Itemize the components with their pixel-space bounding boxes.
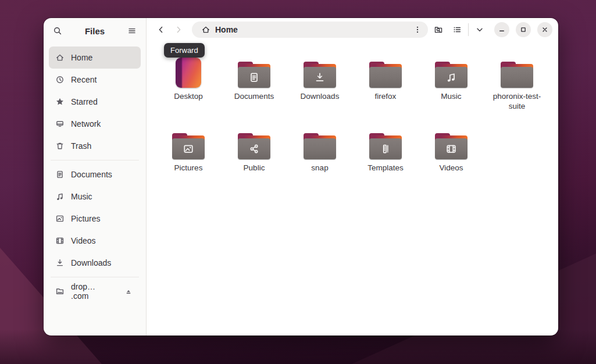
emblem-share-icon [248,143,260,155]
maximize-button[interactable] [516,22,531,37]
home-icon [201,25,210,34]
sidebar-item-trash[interactable]: Trash [49,135,141,157]
folder-icon [304,133,336,159]
sidebar-item-label: Downloads [71,258,111,267]
icon-box [501,56,533,88]
home-icon [55,53,65,62]
sidebar-item-home[interactable]: Home [49,47,141,69]
sidebar-divider [51,160,139,160]
recent-icon [55,75,65,84]
sidebar: Files HomeRecentStarredNetworkTrashDocum… [44,18,147,336]
main-menu-button[interactable] [124,23,140,39]
sidebar-item-documents[interactable]: Documents [49,163,141,185]
document-icon [55,170,65,179]
main-pane: Home Forward DesktopDocumentsDownloadsfi… [147,18,558,336]
search-icon [53,26,62,35]
files-window: Files HomeRecentStarredNetworkTrashDocum… [44,18,558,336]
folder-tile-templates[interactable]: Templates [355,128,416,173]
toolbar-separator [468,23,469,36]
sidebar-item-starred[interactable]: Starred [49,91,141,113]
maximize-icon [519,26,527,34]
forward-tooltip: Forward [164,43,205,58]
path-bar[interactable]: Home [192,22,428,38]
path-label: Home [215,25,238,34]
folder-icon [172,133,205,159]
sidebar-item-network[interactable]: Network [49,113,141,135]
search-files-button[interactable] [429,21,448,38]
list-view-toggle-button[interactable] [448,21,466,38]
minimize-icon [498,26,506,34]
sidebar-item-label: Music [71,192,92,201]
sidebar-item-label: Documents [71,170,112,179]
icon-box [238,56,270,88]
folder-tile-phoronix-test-suite[interactable]: phoronix-test-suite [487,56,547,112]
folder-front [238,67,270,88]
folder-icon [501,62,533,88]
view-options-dropdown-button[interactable] [470,21,489,38]
emblem-film-icon [445,143,457,155]
film-icon [55,236,65,245]
sidebar-item-drop-com[interactable]: drop… .com [49,280,141,302]
emblem-document-icon [248,72,260,83]
sidebar-item-pictures[interactable]: Pictures [49,208,141,230]
search-folder-icon [434,25,443,34]
sidebar-item-label: Pictures [71,214,101,223]
folder-tile-pictures[interactable]: Pictures [158,128,219,173]
folder-tile-snap[interactable]: snap [290,128,350,173]
folder-icon [238,62,270,88]
drive-icon [55,287,65,296]
folder-front [369,67,402,88]
folder-tile-public[interactable]: Public [224,128,284,173]
icon-box [435,128,467,159]
sidebar-item-downloads[interactable]: Downloads [49,252,141,274]
folder-label: Documents [234,92,274,102]
icon-box [172,128,205,159]
folder-icon [304,62,336,88]
folder-tile-videos[interactable]: Videos [421,128,481,173]
hamburger-menu-icon [127,26,137,35]
app-title: Files [66,26,124,36]
picture-icon [55,214,65,223]
folder-front [369,138,402,159]
folder-label: snap [311,163,328,173]
folder-icon [435,133,467,159]
search-button[interactable] [49,23,66,39]
trash-icon [55,141,65,151]
eject-icon [124,287,133,295]
forward-button[interactable] [170,21,187,38]
emblem-download-icon [314,72,326,83]
star-icon [55,97,65,106]
folder-front [435,67,467,88]
folder-label: Videos [439,163,463,173]
folder-label: firefox [375,92,397,102]
icon-box [304,128,336,159]
list-view-icon [452,25,462,34]
minimize-button[interactable] [494,22,509,37]
folder-tile-desktop[interactable]: Desktop [158,56,219,112]
sidebar-item-recent[interactable]: Recent [49,69,141,91]
folder-label: Downloads [301,92,340,102]
music-icon [55,192,65,201]
icon-box [304,56,336,88]
folder-tile-documents[interactable]: Documents [224,56,284,112]
home-icon [201,25,210,34]
sidebar-item-videos[interactable]: Videos [49,230,141,252]
location-menu-button[interactable] [411,23,424,37]
back-button[interactable] [152,21,170,38]
folder-label: Desktop [174,92,203,102]
eject-button[interactable] [122,284,134,298]
folder-tile-firefox[interactable]: firefox [355,56,416,112]
headerbar: Home [147,18,558,41]
folder-front [238,138,270,159]
sidebar-item-music[interactable]: Music [49,185,141,208]
folder-tile-music[interactable]: Music [421,56,481,112]
folder-front [172,138,205,159]
icon-box [238,128,270,159]
folder-tile-downloads[interactable]: Downloads [290,56,350,112]
sidebar-item-label: Trash [71,141,91,151]
content-area: DesktopDocumentsDownloadsfirefoxMusicpho… [147,41,558,336]
emblem-music-icon [445,72,457,83]
sidebar-item-label: Videos [71,236,96,245]
kebab-menu-icon [413,25,422,34]
close-button[interactable] [537,22,552,37]
